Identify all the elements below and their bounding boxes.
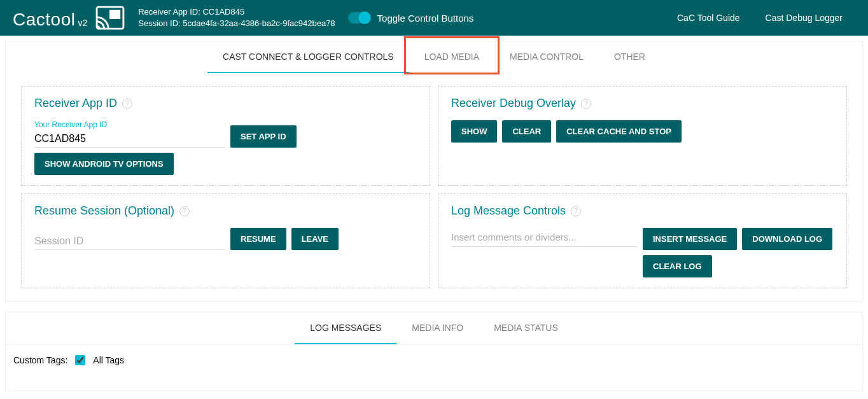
all-tags-checkbox[interactable] <box>75 355 85 365</box>
session-id-input[interactable] <box>34 233 225 250</box>
panels-grid: Receiver App ID ? Your Receiver App ID S… <box>5 73 863 302</box>
panel-title: Log Message Controls <box>451 204 566 218</box>
tab-media-control[interactable]: MEDIA CONTROL <box>494 41 599 73</box>
receiver-app-id-label: Receiver App ID: <box>138 7 200 17</box>
brand: Cactool v2 <box>13 6 125 30</box>
toggle-control-buttons[interactable] <box>348 12 370 24</box>
toggle-label: Toggle Control Buttons <box>377 13 474 24</box>
tab-load-media[interactable]: LOAD MEDIA <box>409 41 494 73</box>
header-info: Receiver App ID: CC1AD845 Session ID: 5c… <box>138 6 335 29</box>
show-android-tv-options-button[interactable]: SHOW ANDROID TV OPTIONS <box>34 153 174 175</box>
toggle-control-group: Toggle Control Buttons <box>348 12 474 24</box>
help-icon[interactable]: ? <box>179 206 190 216</box>
resume-button[interactable]: RESUME <box>230 228 286 250</box>
tab-other[interactable]: OTHER <box>599 41 661 73</box>
tab-log-messages[interactable]: LOG MESSAGES <box>295 312 396 344</box>
panel-title: Receiver App ID <box>34 97 117 110</box>
panel-receiver-app-id: Receiver App ID ? Your Receiver App ID S… <box>21 86 430 186</box>
bottom-tabs: LOG MESSAGES MEDIA INFO MEDIA STATUS <box>6 312 862 345</box>
panel-title: Resume Session (Optional) <box>34 204 174 218</box>
app-header: Cactool v2 Receiver App ID: CC1AD845 Ses… <box>0 0 868 36</box>
receiver-app-id-input-group: Your Receiver App ID <box>34 120 225 148</box>
link-cast-debug-logger[interactable]: Cast Debug Logger <box>766 13 843 23</box>
show-overlay-button[interactable]: SHOW <box>451 120 497 143</box>
session-id-value: 5cdae4fa-32aa-4386-ba2c-9fac942bea78 <box>183 18 335 28</box>
header-links: CaC Tool Guide Cast Debug Logger <box>677 13 843 23</box>
svg-rect-1 <box>109 10 120 19</box>
help-icon[interactable]: ? <box>571 206 581 216</box>
panel-log-message-controls: Log Message Controls ? INSERT MESSAGE DO… <box>438 193 847 288</box>
cast-icon[interactable] <box>95 6 125 30</box>
clear-overlay-button[interactable]: CLEAR <box>502 120 551 143</box>
download-log-button[interactable]: DOWNLOAD LOG <box>742 228 832 250</box>
link-cac-guide[interactable]: CaC Tool Guide <box>677 13 740 23</box>
set-app-id-button[interactable]: SET APP ID <box>230 125 297 148</box>
leave-button[interactable]: LEAVE <box>291 228 339 250</box>
tab-media-status[interactable]: MEDIA STATUS <box>479 312 573 344</box>
session-id-label: Session ID: <box>138 18 180 28</box>
panel-title: Receiver Debug Overlay <box>451 97 576 110</box>
brand-name: Cactool <box>13 10 75 30</box>
tab-cast-connect[interactable]: CAST CONNECT & LOGGER CONTROLS <box>207 41 409 73</box>
bottom-section: LOG MESSAGES MEDIA INFO MEDIA STATUS Cus… <box>5 312 863 391</box>
custom-tags-label: Custom Tags: <box>13 355 67 365</box>
tab-media-info[interactable]: MEDIA INFO <box>396 312 479 344</box>
panel-receiver-debug-overlay: Receiver Debug Overlay ? SHOW CLEAR CLEA… <box>438 86 847 186</box>
panel-resume-session: Resume Session (Optional) ? RESUME LEAVE <box>21 193 430 288</box>
brand-version: v2 <box>78 18 87 28</box>
custom-tags-row: Custom Tags: All Tags <box>6 345 862 391</box>
tab-load-media-label: LOAD MEDIA <box>424 52 479 62</box>
help-icon[interactable]: ? <box>122 99 132 109</box>
main-tabs: CAST CONNECT & LOGGER CONTROLS LOAD MEDI… <box>5 41 863 73</box>
receiver-app-id-input[interactable] <box>34 130 225 148</box>
session-id-input-group <box>34 233 225 250</box>
clear-log-button[interactable]: CLEAR LOG <box>643 255 712 277</box>
help-icon[interactable]: ? <box>581 99 591 109</box>
receiver-app-id-value: CC1AD845 <box>202 7 244 17</box>
insert-message-button[interactable]: INSERT MESSAGE <box>643 228 737 250</box>
clear-cache-stop-button[interactable]: CLEAR CACHE AND STOP <box>556 120 682 143</box>
input-label: Your Receiver App ID <box>34 120 225 129</box>
log-comment-input[interactable] <box>451 228 638 247</box>
all-tags-label: All Tags <box>93 355 124 365</box>
